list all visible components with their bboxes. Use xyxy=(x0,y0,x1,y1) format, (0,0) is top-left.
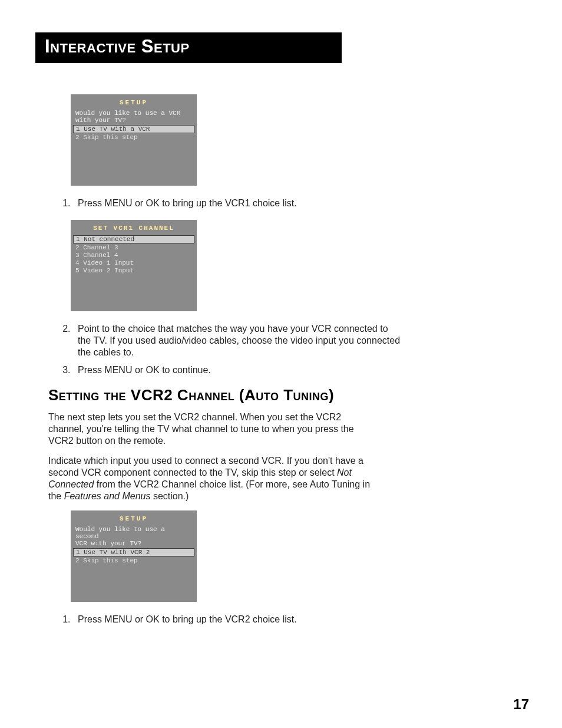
osd-list: 1 Use TV with VCR 2 2 Skip this step xyxy=(71,548,197,564)
section-heading-vcr2: Setting the VCR2 Channel (Auto Tuning) xyxy=(48,387,402,404)
osd-item-selected: 1 Use TV with VCR 2 xyxy=(73,548,194,556)
osd-list: 1 Not connected 2 Channel 3 3 Channel 4 … xyxy=(71,235,197,274)
step-item: Point to the choice that matches the way… xyxy=(73,323,402,358)
osd-item: 4 Video 1 Input xyxy=(71,259,197,266)
osd-item: 3 Channel 4 xyxy=(71,251,197,259)
osd-setup-vcr2: SETUP Would you like to use a second VCR… xyxy=(71,510,197,602)
header-band: Interactive Setup xyxy=(35,32,342,63)
osd-item: 5 Video 2 Input xyxy=(71,266,197,274)
osd-item: 2 Skip this step xyxy=(71,133,197,141)
osd-question: Would you like to use a second VCR with … xyxy=(71,526,197,548)
osd-title: SET VCR1 CHANNEL xyxy=(71,220,197,235)
page-title: Interactive Setup xyxy=(35,32,342,57)
steps-list-1: Press MENU or OK to bring up the VCR1 ch… xyxy=(48,197,402,209)
step-item: Press MENU or OK to bring up the VCR1 ch… xyxy=(73,197,402,209)
osd-item-selected: 1 Not connected xyxy=(73,235,194,243)
osd-title: SETUP xyxy=(71,510,197,526)
osd-set-vcr1-channel: SET VCR1 CHANNEL 1 Not connected 2 Chann… xyxy=(71,220,197,311)
osd-item: 2 Skip this step xyxy=(71,556,197,564)
osd-item-selected: 1 Use TV with a VCR xyxy=(73,125,194,133)
body-paragraph: The next step lets you set the VCR2 chan… xyxy=(48,411,378,447)
osd-item: 2 Channel 3 xyxy=(71,243,197,251)
osd-title: SETUP xyxy=(71,94,197,110)
step-item: Press MENU or OK to bring up the VCR2 ch… xyxy=(73,614,402,625)
content-column: SETUP Would you like to use a VCR with y… xyxy=(48,94,402,636)
step-item: Press MENU or OK to continue. xyxy=(73,364,402,376)
steps-list-2: Point to the choice that matches the way… xyxy=(48,323,402,376)
osd-setup-vcr1: SETUP Would you like to use a VCR with y… xyxy=(71,94,197,186)
osd-list: 1 Use TV with a VCR 2 Skip this step xyxy=(71,125,197,141)
osd-question: Would you like to use a VCR with your TV… xyxy=(71,110,197,125)
page-number: 17 xyxy=(513,696,529,713)
steps-list-3: Press MENU or OK to bring up the VCR2 ch… xyxy=(48,614,402,625)
body-paragraph: Indicate which input you used to connect… xyxy=(48,455,378,502)
